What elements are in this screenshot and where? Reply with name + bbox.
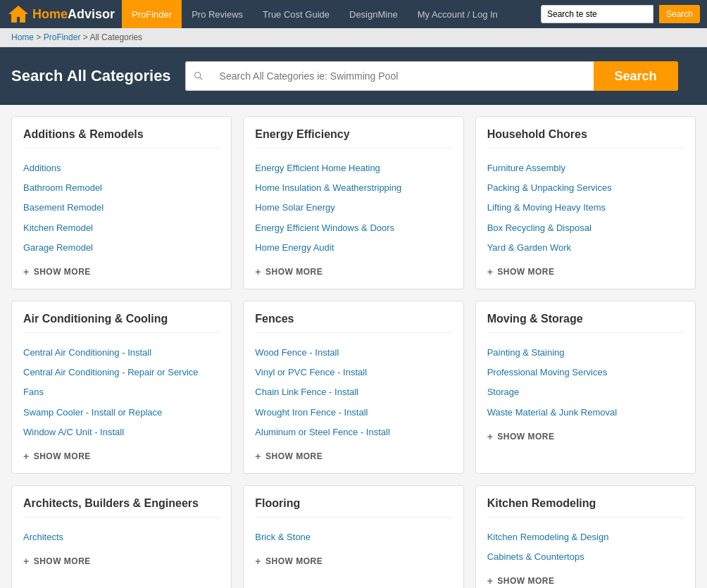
search-hero-icon-wrapper [185,61,211,91]
search-hero-form: Search [185,61,678,91]
categories-grid: Additions & RemodelsAdditionsBathroom Re… [0,105,707,588]
plus-icon: + [23,266,30,277]
svg-marker-0 [8,6,28,23]
category-title-additions-remodels: Additions & Remodels [23,128,220,149]
show-more-label: SHOW MORE [265,556,323,566]
category-item[interactable]: Chain Link Fence - Install [255,382,451,402]
show-more-label: SHOW MORE [34,451,91,461]
logo-text: HomeAdvisor [32,7,115,22]
category-card-kitchen-remodeling: Kitchen RemodelingKitchen Remodeling & D… [475,485,696,588]
category-title-flooring: Flooring [255,497,451,518]
category-item[interactable]: Packing & Unpacking Services [487,178,684,198]
category-title-energy-efficiency: Energy Efficiency [255,128,451,149]
category-title-kitchen-remodeling: Kitchen Remodeling [487,497,684,518]
show-more-additions-remodels[interactable]: +SHOW MORE [23,266,220,277]
category-item[interactable]: Painting & Staining [487,343,684,363]
category-title-air-conditioning: Air Conditioning & Cooling [23,313,220,333]
svg-point-1 [194,73,200,78]
nav-item-designmine[interactable]: DesignMine [339,0,408,28]
show-more-air-conditioning[interactable]: +SHOW MORE [23,451,220,462]
search-hero-button[interactable]: Search [594,61,678,91]
category-item[interactable]: Storage [487,382,684,402]
show-more-energy-efficiency[interactable]: +SHOW MORE [255,266,451,277]
category-item[interactable]: Vinyl or PVC Fence - Install [255,363,451,382]
nav-search-button[interactable]: Search [659,5,700,23]
nav-item-true-cost[interactable]: True Cost Guide [253,0,339,28]
category-item[interactable]: Bathroom Remodel [23,178,220,198]
category-item[interactable]: Aluminum or Steel Fence - Install [255,423,451,442]
breadcrumb-home[interactable]: Home [11,32,34,42]
category-card-household-chores: Household ChoresFurniture AssemblyPackin… [475,116,696,289]
breadcrumb-current: All Categories [89,32,142,42]
category-card-energy-efficiency: Energy EfficiencyEnergy Efficient Home H… [243,116,463,289]
search-icon [193,70,204,82]
plus-icon: + [487,575,494,587]
show-more-moving-storage[interactable]: +SHOW MORE [487,431,684,442]
category-item[interactable]: Central Air Conditioning - Repair or Ser… [23,363,220,382]
category-title-fences: Fences [255,313,451,333]
category-item[interactable]: Central Air Conditioning - Install [23,343,220,363]
category-item[interactable]: Home Insulation & Weatherstripping [255,178,451,198]
category-item[interactable]: Box Recycling & Disposal [487,218,684,238]
show-more-architects[interactable]: +SHOW MORE [23,556,220,567]
show-more-label: SHOW MORE [497,432,554,442]
category-item[interactable]: Lifting & Moving Heavy Items [487,198,684,218]
category-title-household-chores: Household Chores [487,128,684,149]
category-card-fences: FencesWood Fence - InstallVinyl or PVC F… [243,301,463,474]
category-item[interactable]: Kitchen Remodeling & Design [487,527,684,547]
category-item[interactable]: Wood Fence - Install [255,343,451,363]
search-hero-input[interactable] [211,61,594,91]
show-more-fences[interactable]: +SHOW MORE [255,451,451,462]
plus-icon: + [255,556,261,567]
category-card-additions-remodels: Additions & RemodelsAdditionsBathroom Re… [11,116,232,289]
category-item[interactable]: Additions [23,158,220,178]
search-hero: Search All Categories Search [0,47,707,105]
plus-icon: + [487,266,494,277]
category-item[interactable]: Energy Efficient Windows & Doors [255,218,451,238]
show-more-household-chores[interactable]: +SHOW MORE [487,266,684,277]
category-item[interactable]: Garage Remodel [23,238,220,258]
show-more-label: SHOW MORE [497,267,554,277]
category-item[interactable]: Cabinets & Countertops [487,547,684,567]
nav-items: ProFinder Pro Reviews True Cost Guide De… [122,0,541,28]
show-more-label: SHOW MORE [34,267,91,277]
show-more-kitchen-remodeling[interactable]: +SHOW MORE [487,575,684,587]
category-item[interactable]: Basement Remodel [23,198,220,218]
category-title-moving-storage: Moving & Storage [487,313,684,333]
plus-icon: + [487,431,494,442]
plus-icon: + [255,266,261,277]
category-item[interactable]: Professional Moving Services [487,363,684,382]
nav-item-profinder[interactable]: ProFinder [122,0,182,28]
breadcrumb-profinder[interactable]: ProFinder [44,32,81,42]
plus-icon: + [255,451,261,462]
category-item[interactable]: Window A/C Unit - Install [23,423,220,442]
show-more-label: SHOW MORE [34,556,91,566]
top-navigation: HomeAdvisor ProFinder Pro Reviews True C… [0,0,707,28]
category-item[interactable]: Furniture Assembly [487,158,684,178]
category-item[interactable]: Kitchen Remodel [23,218,220,238]
show-more-label: SHOW MORE [265,451,323,461]
show-more-flooring[interactable]: +SHOW MORE [255,556,451,567]
show-more-label: SHOW MORE [497,576,554,586]
category-item[interactable]: Brick & Stone [255,527,451,547]
category-card-flooring: FlooringBrick & Stone+SHOW MORE [243,485,463,588]
nav-search-input[interactable] [541,5,653,23]
category-card-architects: Architects, Builders & EngineersArchitec… [11,485,232,588]
nav-item-pro-reviews[interactable]: Pro Reviews [182,0,253,28]
category-item[interactable]: Architects [23,527,220,547]
category-item[interactable]: Home Energy Audit [255,238,451,258]
nav-item-account[interactable]: My Account / Log In [408,0,508,28]
search-hero-title: Search All Categories [11,67,171,85]
svg-line-2 [199,77,202,80]
category-item[interactable]: Wrought Iron Fence - Install [255,403,451,423]
plus-icon: + [23,556,30,567]
category-item[interactable]: Energy Efficient Home Heating [255,158,451,178]
category-item[interactable]: Fans [23,382,220,402]
category-item[interactable]: Waste Material & Junk Removal [487,403,684,423]
nav-search-area: Search [541,5,700,23]
logo[interactable]: HomeAdvisor [7,4,115,24]
category-item[interactable]: Yard & Garden Work [487,238,684,258]
category-item[interactable]: Swamp Cooler - Install or Replace [23,403,220,423]
category-card-moving-storage: Moving & StoragePainting & StainingProfe… [475,301,696,474]
category-item[interactable]: Home Solar Energy [255,198,451,218]
